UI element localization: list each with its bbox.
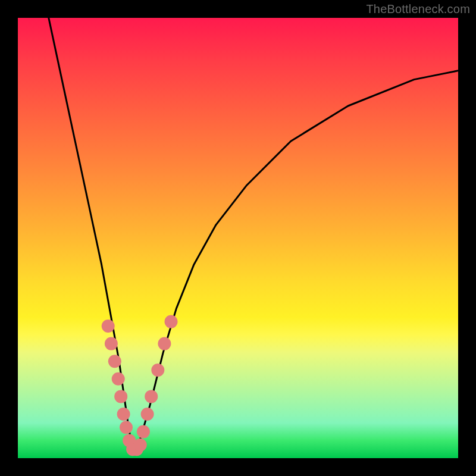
curve-marker [114, 390, 127, 403]
curve-marker [137, 425, 150, 439]
chart-svg [18, 18, 458, 458]
curve-marker [141, 408, 154, 421]
plot-area [18, 18, 458, 458]
watermark-text: TheBottleneck.com [366, 2, 470, 16]
curve-marker [105, 337, 118, 350]
curve-marker [165, 315, 178, 328]
curve-marker [151, 364, 164, 377]
marker-layer [102, 315, 178, 456]
curve-layer [49, 18, 458, 449]
curve-marker [158, 337, 171, 350]
curve-marker [120, 421, 133, 434]
curve-marker [117, 408, 130, 421]
curve-marker [108, 355, 121, 368]
curve-marker [145, 390, 158, 403]
curve-marker [112, 372, 125, 386]
chart-frame: TheBottleneck.com [0, 0, 476, 476]
curve-marker [102, 320, 115, 333]
curve-marker [134, 439, 147, 452]
bottleneck-curve [49, 18, 458, 449]
